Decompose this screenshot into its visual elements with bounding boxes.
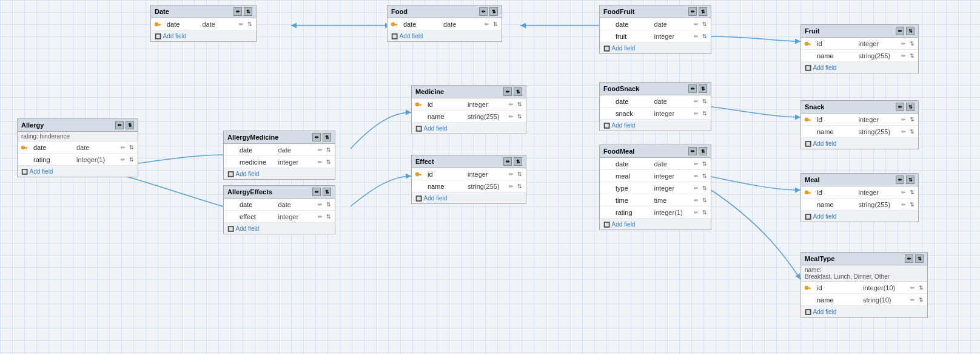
medicine-edit-icon[interactable]: ✏ (503, 87, 512, 96)
food-add-field[interactable]: Add field (391, 33, 423, 39)
foodfruit-move-icon[interactable]: ⇅ (699, 7, 707, 16)
foodmeal-edit-icon[interactable]: ✏ (688, 147, 697, 155)
allergy-date-edit[interactable]: ✏ (119, 144, 127, 151)
allergyeffects-move-icon[interactable]: ⇅ (323, 188, 331, 196)
foodsnack-date-move[interactable]: ⇅ (701, 98, 708, 105)
allergyeffects-date-edit[interactable]: ✏ (317, 201, 324, 208)
foodfruit-fruit-edit[interactable]: ✏ (693, 33, 700, 40)
food-table-move-icon[interactable]: ⇅ (489, 7, 498, 16)
mealtype-name-move[interactable]: ⇅ (918, 296, 925, 304)
foodmeal-date-move[interactable]: ⇅ (701, 160, 708, 168)
medicine-name-edit[interactable]: ✏ (508, 113, 515, 120)
foodmeal-move-icon[interactable]: ⇅ (699, 147, 707, 155)
date-row-move[interactable]: ⇅ (246, 21, 253, 28)
effect-name-edit[interactable]: ✏ (508, 183, 515, 190)
foodsnack-snack-edit[interactable]: ✏ (693, 110, 700, 117)
mealtype-name-edit[interactable]: ✏ (909, 296, 916, 304)
mealtype-move-icon[interactable]: ⇅ (915, 254, 924, 263)
foodfruit-fruit-move[interactable]: ⇅ (701, 33, 708, 40)
allergyeffects-edit-icon[interactable]: ✏ (312, 188, 321, 196)
allergyeffects-date-move[interactable]: ⇅ (325, 201, 332, 208)
date-add-field[interactable]: Add field (155, 33, 186, 39)
allergymedicine-medicine-move[interactable]: ⇅ (325, 158, 332, 166)
meal-name-move[interactable]: ⇅ (908, 201, 916, 208)
foodfruit-date-edit[interactable]: ✏ (693, 21, 700, 28)
allergymedicine-edit-icon[interactable]: ✏ (312, 133, 321, 141)
meal-id-move[interactable]: ⇅ (908, 189, 916, 196)
snack-id-edit[interactable]: ✏ (900, 116, 907, 123)
foodmeal-meal-edit[interactable]: ✏ (693, 172, 700, 180)
effect-id-move[interactable]: ⇅ (516, 171, 523, 178)
date-table-edit-icon[interactable]: ✏ (233, 7, 242, 16)
mealtype-id-move[interactable]: ⇅ (918, 284, 925, 291)
foodmeal-date-edit[interactable]: ✏ (693, 160, 700, 168)
snack-add-field[interactable]: Add field (805, 140, 836, 147)
effect-add-field[interactable]: Add field (415, 195, 447, 202)
fruit-edit-icon[interactable]: ✏ (896, 27, 904, 35)
foodmeal-add-field[interactable]: Add field (603, 221, 635, 228)
date-table-move-icon[interactable]: ⇅ (244, 7, 252, 16)
date-row-edit[interactable]: ✏ (238, 21, 245, 28)
effect-edit-icon[interactable]: ✏ (503, 157, 512, 166)
foodmeal-rating-edit[interactable]: ✏ (693, 209, 700, 216)
foodmeal-type-move[interactable]: ⇅ (701, 185, 708, 192)
fruit-name-move[interactable]: ⇅ (908, 52, 916, 60)
effect-id-edit[interactable]: ✏ (508, 171, 515, 178)
fruit-id-move[interactable]: ⇅ (908, 40, 916, 47)
fruit-name-edit[interactable]: ✏ (900, 52, 907, 60)
allergymedicine-add-field[interactable]: Add field (227, 171, 259, 177)
snack-edit-icon[interactable]: ✏ (896, 103, 904, 111)
allergy-rating-move[interactable]: ⇅ (128, 156, 135, 163)
foodsnack-move-icon[interactable]: ⇅ (699, 84, 707, 93)
allergy-add-field[interactable]: Add field (21, 168, 53, 175)
food-date-move[interactable]: ⇅ (492, 21, 499, 28)
allergymedicine-move-icon[interactable]: ⇅ (323, 133, 331, 141)
food-date-edit[interactable]: ✏ (483, 21, 491, 28)
mealtype-id-edit[interactable]: ✏ (909, 284, 916, 291)
fruit-add-field[interactable]: Add field (805, 64, 836, 71)
effect-move-icon[interactable]: ⇅ (514, 157, 522, 166)
allergyeffects-add-field[interactable]: Add field (227, 225, 259, 232)
food-table-edit-icon[interactable]: ✏ (479, 7, 488, 16)
foodfruit-add-field[interactable]: Add field (603, 45, 635, 52)
meal-move-icon[interactable]: ⇅ (906, 175, 915, 184)
mealtype-edit-icon[interactable]: ✏ (905, 254, 913, 263)
allergy-date-move[interactable]: ⇅ (128, 144, 135, 151)
allergyeffects-effect-edit[interactable]: ✏ (317, 213, 324, 220)
effect-name-move[interactable]: ⇅ (516, 183, 523, 190)
allergymedicine-date-edit[interactable]: ✏ (317, 146, 324, 154)
medicine-id-move[interactable]: ⇅ (516, 101, 523, 108)
medicine-id-edit[interactable]: ✏ (508, 101, 515, 108)
foodsnack-add-field[interactable]: Add field (603, 122, 635, 129)
snack-move-icon[interactable]: ⇅ (906, 103, 915, 111)
fruit-id-edit[interactable]: ✏ (900, 40, 907, 47)
meal-edit-icon[interactable]: ✏ (896, 175, 904, 184)
allergymedicine-date-move[interactable]: ⇅ (325, 146, 332, 154)
foodmeal-type-edit[interactable]: ✏ (693, 185, 700, 192)
allergy-edit-icon[interactable]: ✏ (115, 121, 124, 129)
foodmeal-rating-move[interactable]: ⇅ (701, 209, 708, 216)
allergymedicine-medicine-edit[interactable]: ✏ (317, 158, 324, 166)
foodfruit-edit-icon[interactable]: ✏ (688, 7, 697, 16)
meal-name-edit[interactable]: ✏ (900, 201, 907, 208)
foodmeal-time-edit[interactable]: ✏ (693, 197, 700, 204)
foodsnack-edit-icon[interactable]: ✏ (688, 84, 697, 93)
snack-name-edit[interactable]: ✏ (900, 128, 907, 135)
foodsnack-snack-move[interactable]: ⇅ (701, 110, 708, 117)
snack-name-move[interactable]: ⇅ (908, 128, 916, 135)
foodmeal-meal-move[interactable]: ⇅ (701, 172, 708, 180)
meal-add-field[interactable]: Add field (805, 213, 836, 220)
mealtype-add-field[interactable]: Add field (805, 308, 836, 315)
foodsnack-date-edit[interactable]: ✏ (693, 98, 700, 105)
allergyeffects-effect-move[interactable]: ⇅ (325, 213, 332, 220)
meal-id-edit[interactable]: ✏ (900, 189, 907, 196)
allergy-rating-edit[interactable]: ✏ (119, 156, 127, 163)
fruit-move-icon[interactable]: ⇅ (906, 27, 915, 35)
medicine-name-move[interactable]: ⇅ (516, 113, 523, 120)
allergy-move-icon[interactable]: ⇅ (126, 121, 134, 129)
medicine-add-field[interactable]: Add field (415, 125, 447, 132)
medicine-move-icon[interactable]: ⇅ (514, 87, 522, 96)
foodfruit-date-move[interactable]: ⇅ (701, 21, 708, 28)
snack-id-move[interactable]: ⇅ (908, 116, 916, 123)
foodmeal-time-move[interactable]: ⇅ (701, 197, 708, 204)
